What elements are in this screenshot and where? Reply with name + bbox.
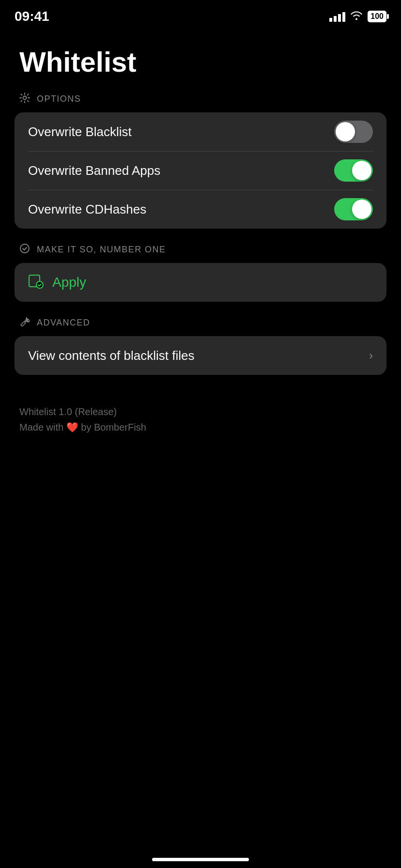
options-header-label: OPTIONS — [37, 94, 81, 104]
apply-card: Apply — [15, 263, 386, 302]
chevron-right-icon: › — [369, 349, 373, 362]
footer: Whitelist 1.0 (Release) Made with ❤️ by … — [0, 389, 401, 450]
heart-icon: ❤️ — [66, 422, 81, 433]
view-contents-label: View contents of blacklist files — [28, 348, 194, 363]
advanced-section-header: ADVANCED — [0, 316, 401, 336]
svg-point-0 — [23, 96, 27, 100]
make-it-so-section: MAKE IT SO, NUMBER ONE Apply — [0, 243, 401, 302]
overwrite-blacklist-toggle-knob — [336, 122, 355, 141]
page-title: Whitelist — [0, 26, 401, 93]
signal-bars-icon — [329, 11, 345, 22]
apply-icon — [28, 273, 44, 292]
make-it-so-section-header: MAKE IT SO, NUMBER ONE — [0, 243, 401, 263]
options-section: OPTIONS Overwrite Blacklist Overwrite Ba… — [0, 93, 401, 229]
battery-icon: 100 — [368, 11, 386, 22]
overwrite-banned-apps-label: Overwrite Banned Apps — [28, 163, 160, 178]
make-it-so-header-label: MAKE IT SO, NUMBER ONE — [37, 245, 166, 255]
overwrite-blacklist-toggle[interactable] — [334, 121, 373, 143]
footer-by: by BomberFish — [81, 422, 146, 433]
advanced-header-label: ADVANCED — [37, 318, 90, 328]
options-gear-icon — [19, 93, 30, 106]
overwrite-banned-apps-toggle-knob — [352, 161, 371, 180]
apply-label: Apply — [52, 275, 86, 290]
options-card: Overwrite Blacklist Overwrite Banned App… — [15, 112, 386, 229]
overwrite-cdhashes-label: Overwrite CDHashes — [28, 202, 146, 217]
overwrite-cdhashes-toggle-knob — [352, 200, 371, 219]
footer-made-with: Made with — [19, 422, 63, 433]
advanced-wrench-icon — [19, 316, 30, 329]
view-contents-button[interactable]: View contents of blacklist files › — [15, 336, 386, 375]
svg-point-1 — [20, 244, 29, 253]
overwrite-cdhashes-row: Overwrite CDHashes — [15, 190, 386, 229]
status-icons: 100 — [329, 10, 386, 23]
options-section-header: OPTIONS — [0, 93, 401, 112]
home-indicator — [152, 858, 249, 861]
view-contents-card: View contents of blacklist files › — [15, 336, 386, 375]
make-it-so-icon — [19, 243, 30, 256]
status-time: 09:41 — [15, 9, 49, 24]
advanced-section: ADVANCED View contents of blacklist file… — [0, 316, 401, 375]
overwrite-blacklist-label: Overwrite Blacklist — [28, 124, 132, 140]
overwrite-banned-apps-toggle[interactable] — [334, 159, 373, 182]
status-bar: 09:41 100 — [0, 0, 401, 26]
svg-point-3 — [36, 281, 43, 288]
footer-credit: Made with ❤️ by BomberFish — [19, 419, 382, 435]
overwrite-banned-apps-row: Overwrite Banned Apps — [15, 151, 386, 190]
footer-version: Whitelist 1.0 (Release) — [19, 404, 382, 419]
apply-button[interactable]: Apply — [15, 263, 386, 302]
overwrite-cdhashes-toggle[interactable] — [334, 198, 373, 220]
wifi-icon — [350, 10, 363, 23]
overwrite-blacklist-row: Overwrite Blacklist — [15, 112, 386, 151]
